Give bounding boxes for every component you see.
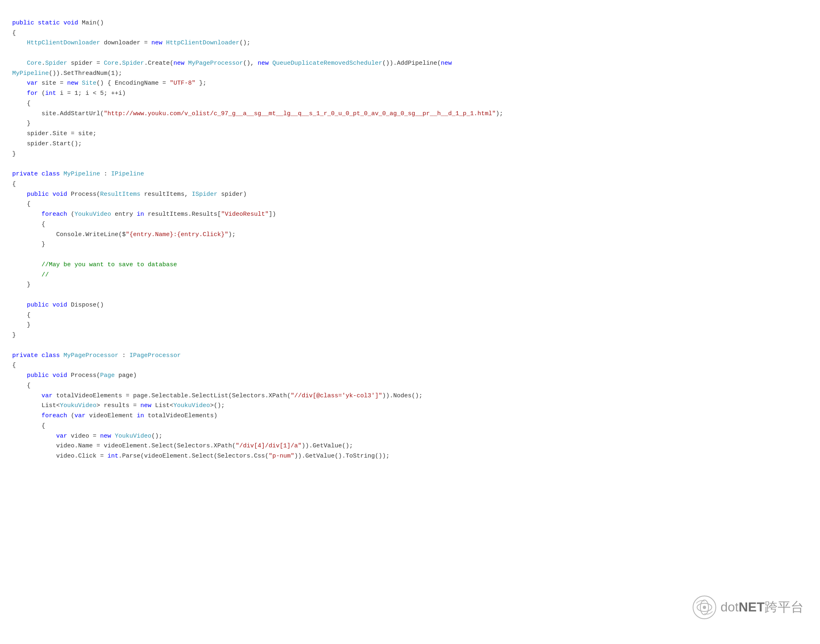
code-token-type: QueueDuplicateRemovedScheduler xyxy=(272,60,382,67)
code-line: private class MyPipeline : IPipeline xyxy=(12,169,808,180)
code-token-plain: ()).AddPipeline( xyxy=(382,60,441,67)
code-token-plain: spider = xyxy=(67,60,104,67)
code-line: List<YoukuVideo> results = new List<Youk… xyxy=(12,401,808,411)
code-token-type: YoukuVideo xyxy=(74,211,111,218)
code-token-kw: void xyxy=(52,372,67,379)
code-token-plain: ( xyxy=(67,211,74,218)
code-token-plain: : xyxy=(118,352,129,359)
code-token-plain: } xyxy=(12,241,45,248)
code-token-plain: Main() xyxy=(78,20,104,26)
code-token-plain: )).GetValue(); xyxy=(302,442,353,449)
code-token-type: IPipeline xyxy=(111,171,144,177)
code-token-plain: { xyxy=(12,423,45,429)
code-line: { xyxy=(12,28,808,39)
code-token-plain xyxy=(12,191,27,198)
code-token-plain xyxy=(49,372,52,379)
code-token-type: YoukuVideo xyxy=(173,402,210,409)
code-token-plain: )).Nodes(); xyxy=(382,392,422,399)
code-token-plain: >(); xyxy=(210,402,225,409)
code-token-kw: var xyxy=(56,433,67,440)
code-line: for (int i = 1; i < 5; ++i) xyxy=(12,89,808,99)
code-token-type: Spider xyxy=(122,60,144,67)
code-token-kw: int xyxy=(45,90,56,97)
code-token-plain: } xyxy=(12,120,31,127)
code-line: { xyxy=(12,381,808,391)
code-token-plain xyxy=(12,372,27,379)
code-token-comment: // xyxy=(12,272,49,278)
code-line: public void Process(ResultItems resultIt… xyxy=(12,190,808,200)
code-line: { xyxy=(12,421,808,432)
code-token-plain: downloader = xyxy=(100,39,151,46)
code-line: } xyxy=(12,280,808,290)
code-token-kw: void xyxy=(52,191,67,198)
code-token-plain: ); xyxy=(228,231,236,238)
code-line: { xyxy=(12,220,808,230)
code-token-type: IPageProcessor xyxy=(129,352,181,359)
code-line: public static void Main() xyxy=(12,18,808,28)
code-line: } xyxy=(12,119,808,129)
code-token-plain: ( xyxy=(67,412,74,419)
code-token-type: Page xyxy=(100,372,115,379)
code-token-plain: (); xyxy=(239,39,250,46)
code-token-plain: Dispose() xyxy=(67,302,104,309)
code-token-kw: foreach xyxy=(42,211,67,218)
code-line: { xyxy=(12,199,808,210)
code-token-plain: )).GetValue().ToString()); xyxy=(294,453,389,460)
code-token-plain: } xyxy=(12,322,31,329)
code-token-plain: Site = site; xyxy=(52,130,96,137)
code-token-plain: . xyxy=(118,60,122,67)
code-token-plain xyxy=(38,171,42,177)
code-line: { xyxy=(12,180,808,190)
code-line: public void Dispose() xyxy=(12,300,808,311)
code-token-plain: > results = xyxy=(96,402,140,409)
code-token-kw: class xyxy=(42,352,60,359)
code-token-plain xyxy=(269,60,272,67)
code-token-plain: { xyxy=(12,382,31,389)
code-token-plain xyxy=(12,211,42,218)
code-token-type: Core xyxy=(104,60,118,67)
code-token-plain: videoElement xyxy=(85,412,137,419)
code-token-plain xyxy=(12,392,42,399)
code-line: HttpClientDownloader downloader = new Ht… xyxy=(12,38,808,48)
code-line: { xyxy=(12,311,808,321)
code-token-plain: totalVideoElements) xyxy=(144,412,217,419)
code-line: } xyxy=(12,240,808,250)
code-token-plain: totalVideoElements = page.Selectable.Sel… xyxy=(52,392,291,399)
code-line xyxy=(12,341,808,351)
code-token-kw: var xyxy=(42,392,52,399)
code-line: private class MyPageProcessor : IPagePro… xyxy=(12,351,808,361)
code-token-plain: List< xyxy=(12,402,60,409)
code-line: } xyxy=(12,320,808,331)
code-token-kw: public xyxy=(27,191,49,198)
code-token-plain: i = 1; i < 5; ++i) xyxy=(56,90,126,97)
code-line: //May be you want to save to database xyxy=(12,260,808,270)
code-token-kw: private xyxy=(12,171,38,177)
code-line: var video = new YoukuVideo(); xyxy=(12,432,808,442)
code-token-kw: var xyxy=(27,80,38,87)
code-token-plain xyxy=(12,80,27,87)
code-token-kw: int xyxy=(107,453,118,460)
code-token-kw: static xyxy=(38,20,60,26)
code-line xyxy=(12,48,808,59)
code-token-plain: page) xyxy=(115,372,137,379)
code-token-comment: //May be you want to save to database xyxy=(12,261,177,268)
watermark-icon xyxy=(692,595,717,620)
code-token-plain: ]) xyxy=(269,211,276,218)
code-line xyxy=(12,290,808,300)
code-token-kw: new xyxy=(67,80,78,87)
code-token-plain xyxy=(12,302,27,309)
code-token-kw: new xyxy=(140,402,151,409)
code-token-kw: foreach xyxy=(42,412,67,419)
code-token-plain xyxy=(12,90,27,97)
code-token-type: YoukuVideo xyxy=(60,402,96,409)
code-token-type: MyPipeline xyxy=(12,70,49,77)
code-line: { xyxy=(12,361,808,371)
code-token-type: ResultItems xyxy=(100,191,140,198)
code-line: MyPipeline()).SetThreadNum(1); xyxy=(12,69,808,79)
code-token-plain: site.AddStartUrl( xyxy=(12,110,104,117)
code-token-type: Site xyxy=(82,80,96,87)
code-token-plain: (); xyxy=(151,433,162,440)
code-line: foreach (var videoElement in totalVideoE… xyxy=(12,411,808,421)
code-token-plain: { xyxy=(12,201,31,208)
watermark: dotNET跨平台 xyxy=(692,595,804,620)
